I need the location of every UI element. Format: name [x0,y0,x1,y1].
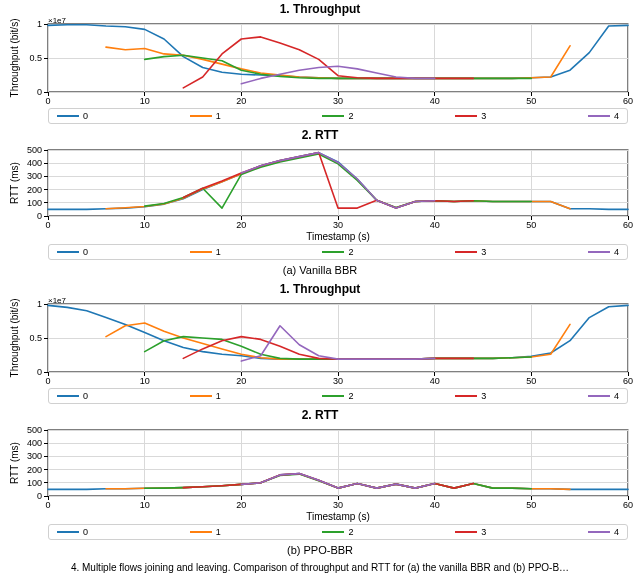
svg-text:60: 60 [623,220,633,230]
svg-text:100: 100 [27,478,42,488]
svg-text:300: 300 [27,451,42,461]
chart-vanilla-rtt: 01002003004005000102030405060RTT (ms)Tim… [6,142,634,242]
svg-text:0.5: 0.5 [29,53,42,63]
legend-item-0: 0 [57,391,88,401]
svg-text:×1e7: ×1e7 [48,16,67,25]
legend-vanilla-throughput: 01234 [48,108,628,124]
legend-item-4: 4 [588,527,619,537]
svg-text:Timestamp (s): Timestamp (s) [306,231,370,242]
legend-item-1: 1 [190,111,221,121]
legend-item-2: 2 [322,247,353,257]
svg-text:RTT (ms): RTT (ms) [9,162,20,204]
svg-text:10: 10 [140,220,150,230]
legend-ppo-rtt: 01234 [48,524,628,540]
legend-item-1: 1 [190,527,221,537]
svg-text:20: 20 [236,500,246,510]
svg-text:30: 30 [333,220,343,230]
svg-text:20: 20 [236,96,246,106]
svg-text:0: 0 [45,220,50,230]
chart-title-ppo-throughput: 1. Throughput [6,282,634,296]
svg-text:10: 10 [140,96,150,106]
svg-text:400: 400 [27,158,42,168]
svg-text:0: 0 [37,491,42,501]
svg-text:30: 30 [333,376,343,386]
svg-text:×1e7: ×1e7 [48,296,67,305]
chart-ppo-throughput: 00.510102030405060Throughput (bit/s)×1e7 [6,296,634,386]
svg-text:60: 60 [623,500,633,510]
svg-text:20: 20 [236,220,246,230]
svg-text:40: 40 [430,220,440,230]
legend-item-3: 3 [455,111,486,121]
legend-item-2: 2 [322,527,353,537]
legend-item-3: 3 [455,391,486,401]
legend-item-0: 0 [57,247,88,257]
svg-text:60: 60 [623,376,633,386]
legend-item-2: 2 [322,391,353,401]
legend-vanilla-rtt: 01234 [48,244,628,260]
svg-text:Throughput (bit/s): Throughput (bit/s) [9,19,20,98]
svg-text:RTT (ms): RTT (ms) [9,442,20,484]
series-3 [183,474,473,489]
svg-text:50: 50 [526,500,536,510]
svg-text:0: 0 [45,500,50,510]
svg-text:0: 0 [37,211,42,221]
svg-text:300: 300 [27,171,42,181]
legend-item-3: 3 [455,527,486,537]
legend-item-4: 4 [588,111,619,121]
svg-text:20: 20 [236,376,246,386]
subcaption-vanilla: (a) Vanilla BBR [6,264,634,276]
chart-title-ppo-rtt: 2. RTT [6,408,634,422]
legend-item-0: 0 [57,527,88,537]
legend-item-1: 1 [190,391,221,401]
chart-ppo-rtt: 01002003004005000102030405060RTT (ms)Tim… [6,422,634,522]
legend-item-4: 4 [588,391,619,401]
svg-text:50: 50 [526,220,536,230]
svg-text:50: 50 [526,376,536,386]
svg-text:1: 1 [37,19,42,29]
legend-item-4: 4 [588,247,619,257]
svg-text:100: 100 [27,198,42,208]
svg-text:40: 40 [430,96,440,106]
svg-text:30: 30 [333,500,343,510]
svg-text:Throughput (bit/s): Throughput (bit/s) [9,299,20,378]
legend-item-1: 1 [190,247,221,257]
legend-ppo-throughput: 01234 [48,388,628,404]
svg-text:40: 40 [430,376,440,386]
svg-text:Timestamp (s): Timestamp (s) [306,511,370,522]
subcaption-ppo: (b) PPO-BBR [6,544,634,556]
legend-item-3: 3 [455,247,486,257]
svg-text:50: 50 [526,96,536,106]
figure-caption: 4. Multiple flows joining and leaving. C… [6,562,634,573]
svg-text:200: 200 [27,185,42,195]
svg-text:0: 0 [45,376,50,386]
svg-text:500: 500 [27,425,42,435]
svg-text:10: 10 [140,376,150,386]
chart-vanilla-throughput: 00.510102030405060Throughput (bit/s)×1e7 [6,16,634,106]
svg-text:0: 0 [37,87,42,97]
svg-text:40: 40 [430,500,440,510]
svg-text:500: 500 [27,145,42,155]
svg-text:0.5: 0.5 [29,333,42,343]
svg-text:10: 10 [140,500,150,510]
svg-text:200: 200 [27,465,42,475]
series-3 [183,337,473,360]
chart-title-vanilla-rtt: 2. RTT [6,128,634,142]
svg-text:0: 0 [45,96,50,106]
svg-text:1: 1 [37,299,42,309]
svg-text:30: 30 [333,96,343,106]
legend-item-0: 0 [57,111,88,121]
chart-title-vanilla-throughput: 1. Throughput [6,2,634,16]
legend-item-2: 2 [322,111,353,121]
svg-text:0: 0 [37,367,42,377]
svg-text:60: 60 [623,96,633,106]
svg-text:400: 400 [27,438,42,448]
